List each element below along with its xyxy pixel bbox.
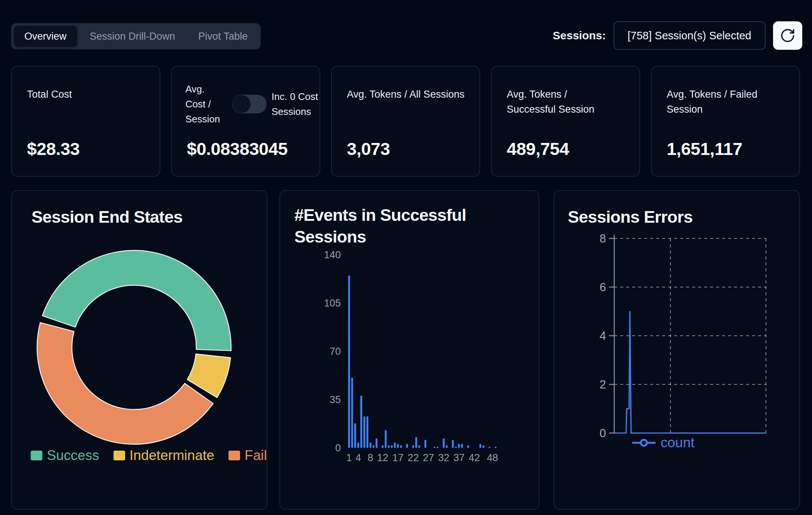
histogram-title: #Events in Successful Sessions	[294, 204, 504, 248]
count-series-marker-icon	[631, 438, 656, 447]
legend-label: Success	[47, 448, 99, 463]
svg-text:4: 4	[600, 329, 606, 342]
svg-text:1: 1	[346, 452, 352, 463]
stat-value: 1,651,117	[667, 138, 742, 159]
stat-label: Avg. Tokens / All Sessions	[347, 87, 467, 102]
sessions-label: Sessions:	[553, 29, 606, 42]
svg-text:8: 8	[600, 232, 606, 245]
stat-value: $0.08383045	[187, 138, 288, 159]
svg-text:8: 8	[368, 452, 373, 463]
svg-text:48: 48	[487, 452, 498, 463]
svg-text:0: 0	[335, 442, 341, 454]
count-series-label: count	[661, 435, 695, 451]
svg-text:140: 140	[324, 249, 341, 260]
errors-legend-count[interactable]: count	[588, 435, 738, 451]
session-end-states-card: Session End States Success Indeterminate…	[11, 190, 267, 510]
svg-text:35: 35	[330, 394, 341, 405]
svg-text:37: 37	[453, 452, 464, 463]
legend-swatch-indeterminate	[113, 451, 125, 460]
legend-label: Indeterminate	[130, 448, 214, 463]
stat-card-avg-cost: Avg. Cost / Session Inc. 0 Cost Sessions…	[171, 66, 320, 177]
sessions-select-button[interactable]: [758] Session(s) Selected	[613, 21, 766, 50]
stat-label: Total Cost	[27, 87, 147, 102]
zero-cost-toggle-label: Inc. 0 Cost Sessions	[272, 89, 322, 119]
legend-item-success[interactable]: Success	[31, 448, 99, 463]
donut-chart-title: Session End States	[31, 207, 182, 227]
zero-cost-sessions-toggle[interactable]	[232, 95, 267, 113]
legend-swatch-success	[31, 451, 42, 460]
stat-card-avg-tokens-all: Avg. Tokens / All Sessions 3,073	[331, 66, 480, 177]
svg-text:27: 27	[423, 452, 434, 463]
svg-text:32: 32	[438, 452, 449, 463]
stat-card-avg-tokens-successful: Avg. Tokens / Successful Session 489,754	[491, 66, 640, 177]
sessions-errors-card: Sessions Errors 02468 count	[554, 190, 800, 510]
svg-text:70: 70	[330, 346, 341, 357]
tab-bar: Overview Session Drill-Down Pivot Table	[11, 23, 261, 49]
toggle-knob	[233, 95, 251, 113]
avg-cost-label: Avg. Cost / Session	[185, 82, 227, 127]
legend-label: Fail	[245, 448, 267, 463]
tab-session-drill-down[interactable]: Session Drill-Down	[79, 26, 186, 47]
stat-value: 489,754	[507, 138, 569, 159]
legend-item-indeterminate[interactable]: Indeterminate	[113, 448, 214, 463]
donut-legend: Success Indeterminate Fail	[31, 448, 267, 463]
stat-card-total-cost: Total Cost $28.33	[11, 66, 160, 177]
avg-cost-header: Avg. Cost / Session Inc. 0 Cost Sessions	[185, 82, 316, 127]
errors-chart-title: Sessions Errors	[568, 207, 693, 227]
stat-cards-row: Total Cost $28.33 Avg. Cost / Session In…	[11, 66, 800, 177]
stat-value: $28.33	[27, 138, 80, 159]
tab-pivot-table[interactable]: Pivot Table	[188, 26, 258, 47]
svg-text:17: 17	[392, 452, 403, 463]
sessions-controls: Sessions: [758] Session(s) Selected	[553, 19, 802, 52]
stat-card-avg-tokens-failed: Avg. Tokens / Failed Session 1,651,117	[651, 66, 800, 177]
tab-overview[interactable]: Overview	[14, 26, 77, 47]
refresh-icon	[780, 28, 796, 43]
svg-text:105: 105	[324, 298, 341, 309]
stat-label: Avg. Tokens / Successful Session	[507, 87, 608, 117]
svg-text:22: 22	[407, 452, 419, 463]
stat-value: 3,073	[347, 138, 390, 159]
legend-swatch-fail	[228, 451, 240, 460]
svg-text:6: 6	[600, 281, 606, 294]
svg-text:42: 42	[469, 452, 480, 463]
svg-text:2: 2	[600, 378, 606, 391]
stat-label: Avg. Tokens / Failed Session	[667, 87, 779, 117]
svg-text:4: 4	[355, 452, 361, 463]
sessions-errors-line-chart: 02468	[554, 191, 801, 511]
dashboard-page: Overview Session Drill-Down Pivot Table …	[0, 0, 812, 515]
refresh-button[interactable]	[773, 21, 802, 50]
legend-item-fail[interactable]: Fail	[228, 448, 267, 463]
svg-text:12: 12	[377, 452, 388, 463]
events-histogram-card: #Events in Successful Sessions 035701051…	[279, 190, 539, 510]
